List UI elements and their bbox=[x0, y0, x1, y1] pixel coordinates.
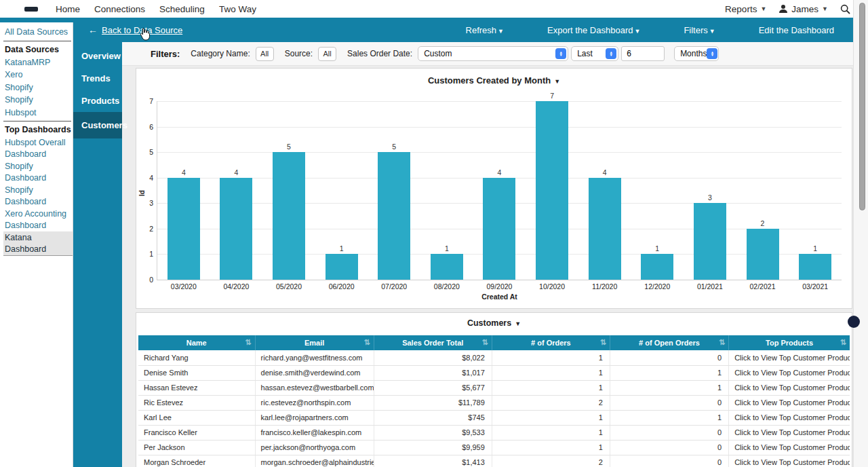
topnav-item-scheduling[interactable]: Scheduling bbox=[159, 4, 205, 14]
column-label: Name bbox=[186, 339, 207, 347]
cell: Per Jackson bbox=[138, 440, 255, 455]
bar-slot: 4 bbox=[210, 168, 263, 280]
tab-overview[interactable]: Overview bbox=[73, 45, 122, 67]
sort-icon[interactable]: ⇅ bbox=[719, 338, 725, 347]
column-header-email[interactable]: Email⇅ bbox=[255, 335, 374, 350]
sort-icon[interactable]: ⇅ bbox=[600, 338, 606, 347]
floating-widget-dot[interactable] bbox=[848, 316, 860, 328]
sort-icon[interactable]: ⇅ bbox=[363, 338, 370, 347]
bar[interactable] bbox=[536, 101, 568, 280]
sidebar-link-shopify-dashboard[interactable]: Shopify Dashboard bbox=[3, 160, 73, 184]
sort-icon[interactable]: ⇅ bbox=[482, 338, 488, 347]
column-header-of-orders[interactable]: # of Orders⇅ bbox=[492, 335, 610, 350]
sidebar-link-shopify-dashboard[interactable]: Shopify Dashboard bbox=[3, 184, 73, 208]
toolbar-action-refresh[interactable]: Refresh▼ bbox=[466, 25, 504, 35]
source-filter-button[interactable]: All bbox=[318, 47, 336, 61]
y-axis-tick: 1 bbox=[136, 250, 153, 258]
range-unit-value: Months bbox=[680, 49, 707, 58]
bar-value-label: 4 bbox=[498, 168, 502, 176]
reports-dropdown[interactable]: Reports ▼ bbox=[725, 4, 766, 14]
tab-products[interactable]: Products bbox=[73, 90, 122, 112]
stepper-icon: ▲▼ bbox=[606, 48, 616, 59]
sidebar-section-header: Data Sources bbox=[3, 43, 73, 56]
toolbar-action-export-the-dashboard[interactable]: Export the Dashboard▼ bbox=[547, 25, 640, 35]
tab-trends[interactable]: Trends bbox=[73, 67, 122, 90]
toolbar-action-edit-the-dashboard[interactable]: Edit the Dashboard bbox=[759, 25, 834, 35]
bar[interactable] bbox=[273, 152, 305, 280]
bar[interactable] bbox=[799, 254, 831, 280]
stepper-icon: ▲▼ bbox=[555, 48, 566, 59]
top-products-link[interactable]: Click to View Top Customer Products bbox=[729, 410, 850, 425]
top-products-link[interactable]: Click to View Top Customer Products bbox=[729, 425, 850, 440]
topnav-item-connections[interactable]: Connections bbox=[94, 4, 145, 14]
sort-icon[interactable]: ⇅ bbox=[245, 338, 251, 347]
cell: 0 bbox=[610, 440, 728, 455]
sidebar-link-xero[interactable]: Xero bbox=[3, 69, 73, 81]
sidebar-link-hubspot[interactable]: Hubspot bbox=[3, 107, 73, 119]
top-products-link[interactable]: Click to View Top Customer Products bbox=[729, 440, 850, 455]
bar-value-label: 4 bbox=[234, 168, 238, 176]
column-header-name[interactable]: Name⇅ bbox=[138, 335, 255, 350]
topnav-item-two-way[interactable]: Two Way bbox=[219, 4, 256, 14]
chart-title[interactable]: Customers Created by Month▼ bbox=[136, 69, 852, 86]
user-name: James bbox=[791, 4, 818, 14]
x-axis-tick: 10/2020 bbox=[526, 282, 578, 291]
range-unit-select[interactable]: Months ▲▼ bbox=[674, 46, 719, 61]
bar[interactable] bbox=[694, 203, 726, 280]
top-products-link[interactable]: Click to View Top Customer Products bbox=[729, 350, 850, 365]
bar[interactable] bbox=[431, 254, 463, 280]
search-icon[interactable] bbox=[840, 4, 850, 14]
filters-label: Filters: bbox=[151, 49, 180, 59]
user-menu[interactable]: James ▼ bbox=[778, 4, 828, 14]
y-axis-tick: 4 bbox=[136, 174, 153, 182]
bar[interactable] bbox=[326, 254, 358, 280]
back-to-data-source-link[interactable]: ← Back to Data Source bbox=[88, 24, 182, 35]
bar[interactable] bbox=[167, 178, 200, 280]
column-header-of-open-orders[interactable]: # of Open Orders⇅ bbox=[610, 335, 728, 350]
range-mode-select[interactable]: Last ▲▼ bbox=[571, 46, 618, 61]
stepper-icon: ▲▼ bbox=[707, 48, 717, 59]
sales-order-date-select[interactable]: Custom ▲▼ bbox=[418, 46, 568, 61]
top-products-link[interactable]: Click to View Top Customer Products bbox=[729, 380, 850, 395]
tab-customers[interactable]: Customers bbox=[73, 112, 122, 138]
sidebar-link-hubspot-overall-dashboard[interactable]: Hubspot Overall Dashboard bbox=[3, 136, 73, 160]
vertical-scrollbar[interactable] bbox=[859, 3, 865, 210]
cell: $745 bbox=[374, 410, 492, 425]
range-value-input[interactable] bbox=[621, 46, 665, 61]
category-filter-button[interactable]: All bbox=[256, 47, 274, 61]
sidebar-link-xero-accounting-dashboard[interactable]: Xero Accounting Dashboard bbox=[3, 208, 73, 231]
customers-created-chart-card: Customers Created by Month▼ 01234567 Id … bbox=[136, 68, 852, 309]
column-header-sales-order-total[interactable]: Sales Order Total⇅ bbox=[374, 335, 492, 350]
sort-icon[interactable]: ⇅ bbox=[840, 338, 846, 347]
toolbar-action-filters[interactable]: Filters▼ bbox=[684, 25, 715, 35]
sidebar-link-shopify[interactable]: Shopify bbox=[3, 81, 73, 94]
cell: $9,533 bbox=[374, 425, 492, 440]
menu-icon[interactable] bbox=[24, 7, 38, 12]
user-icon bbox=[778, 4, 788, 14]
sidebar-link-all-data-sources[interactable]: All Data Sources bbox=[3, 26, 73, 39]
bar-value-label: 3 bbox=[708, 193, 712, 202]
bar-slot: 3 bbox=[684, 193, 736, 280]
cell: 1 bbox=[610, 365, 728, 380]
column-header-top-products[interactable]: Top Products⇅ bbox=[729, 335, 850, 350]
top-products-link[interactable]: Click to View Top Customer Products bbox=[729, 395, 850, 410]
bar-value-label: 5 bbox=[287, 143, 291, 151]
top-products-link[interactable]: Click to View Top Customer Products bbox=[729, 365, 850, 380]
cell: Ric Estevez bbox=[138, 395, 255, 410]
table-title[interactable]: Customers▼ bbox=[138, 313, 850, 335]
top-products-link[interactable]: Click to View Top Customer Products bbox=[729, 455, 850, 467]
action-label: Refresh bbox=[466, 25, 497, 35]
bar[interactable] bbox=[483, 178, 515, 280]
topnav-item-home[interactable]: Home bbox=[56, 4, 80, 14]
cell: 0 bbox=[610, 425, 728, 440]
bar[interactable] bbox=[589, 178, 621, 280]
cell: ric.estevez@northspin.com bbox=[255, 395, 374, 410]
bar[interactable] bbox=[378, 152, 410, 280]
sidebar-link-shopify[interactable]: Shopify bbox=[3, 94, 73, 107]
bar[interactable] bbox=[220, 178, 252, 280]
sidebar-link-katanamrp[interactable]: KatanaMRP bbox=[3, 56, 73, 69]
bar[interactable] bbox=[641, 254, 673, 280]
sidebar-link-katana-dashboard[interactable]: Katana Dashboard bbox=[3, 231, 73, 256]
bar[interactable] bbox=[747, 229, 779, 280]
bar-slot: 1 bbox=[315, 244, 368, 280]
